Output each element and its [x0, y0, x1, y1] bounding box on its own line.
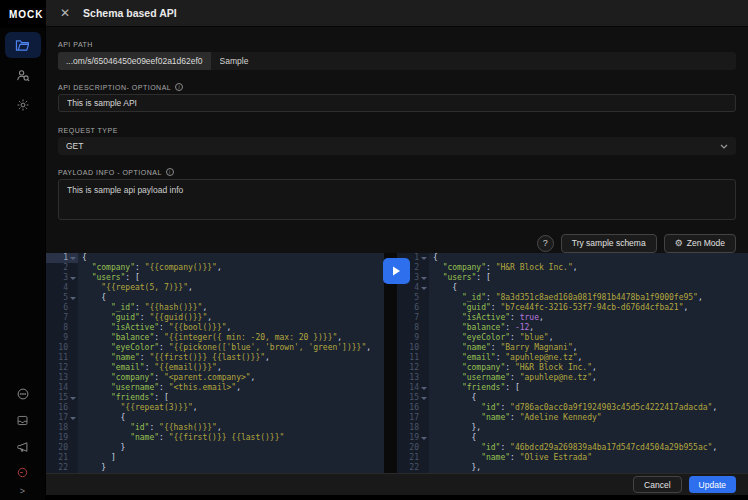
fold-icon[interactable]: [419, 287, 429, 290]
fold-icon[interactable]: [68, 297, 78, 300]
close-icon[interactable]: ✕: [60, 7, 70, 19]
line-number: 21: [46, 453, 78, 463]
code-text: "users": [: [429, 273, 491, 283]
fold-icon[interactable]: [68, 277, 78, 280]
fold-icon[interactable]: [419, 277, 429, 280]
code-line: 7 "guid": "{{guid()}}",: [46, 313, 384, 323]
code-text: "company": "H&R Block Inc.",: [429, 263, 578, 273]
fold-icon[interactable]: [419, 257, 429, 260]
api-description-label-text: API DESCRIPTION- Optional: [58, 84, 171, 91]
code-text: "guid": "b7ce44fc-3216-53f7-94cb-d676d4c…: [429, 303, 688, 313]
sidebar-item-announcements[interactable]: [5, 434, 41, 458]
code-text: {: [78, 293, 106, 303]
line-number: 11: [46, 353, 78, 363]
code-text: "balance": -12,: [429, 323, 534, 333]
api-path-input[interactable]: [211, 52, 736, 70]
sidebar-collapse-chevron[interactable]: >: [20, 484, 25, 498]
code-line: 3 "users": [: [397, 273, 748, 283]
code-line: 17 {: [46, 413, 384, 423]
code-line: 19 "name": "{{first()}} {{last()}}": [46, 433, 384, 443]
line-number: 13: [397, 373, 429, 383]
api-path-label: API PATH: [58, 41, 736, 48]
sidebar-item-settings[interactable]: [5, 92, 41, 118]
megaphone-icon: [16, 440, 30, 453]
code-text: {: [429, 253, 438, 263]
code-text: "{{repeat(3)}}",: [78, 403, 198, 413]
zen-mode-label: Zen Mode: [687, 238, 725, 248]
code-text: {: [78, 253, 87, 263]
code-line: 1{: [46, 253, 384, 263]
code-line: 21 "name": "Olive Estrada": [397, 453, 748, 463]
code-text: },: [429, 463, 481, 473]
app-logo: MOCK: [0, 0, 45, 28]
code-line: 16 "id": "d786ac0acc0a9f1924903c45d5c422…: [397, 403, 748, 413]
line-number: 12: [397, 363, 429, 373]
code-text: "balance": "{{integer({ min: -20, max: 2…: [78, 333, 342, 343]
user-search-icon: [16, 69, 30, 82]
zen-mode-button[interactable]: ⚙ Zen Mode: [664, 234, 736, 253]
code-line: 16 "{{repeat(3)}}",: [46, 403, 384, 413]
form-area: API PATH ...om/s/65046450e09eef02a1d62ef…: [46, 27, 748, 253]
sidebar-item-feedback[interactable]: [5, 382, 41, 406]
fold-icon[interactable]: [419, 397, 429, 400]
code-text: {: [78, 413, 125, 423]
output-editor[interactable]: 1{2 "company": "H&R Block Inc.",3 "users…: [397, 253, 748, 473]
cancel-button[interactable]: Cancel: [633, 476, 681, 493]
red-circle-icon: [16, 466, 29, 479]
sidebar-item-user-search[interactable]: [5, 62, 41, 88]
line-number: 13: [46, 373, 78, 383]
line-number: 20: [397, 443, 429, 453]
code-line: 5 "_id": "8a3d351c8aed160a081f981b4478ba…: [397, 293, 748, 303]
help-button[interactable]: ?: [537, 235, 554, 252]
api-description-input[interactable]: [58, 94, 736, 112]
code-text: "guid": "{{guid()}}",: [78, 313, 212, 323]
code-line: 4 {: [397, 283, 748, 293]
code-line: 10 "eyeColor": "{{pickone(['blue', 'brow…: [46, 343, 384, 353]
play-icon: [392, 262, 401, 280]
line-number: 4: [397, 283, 429, 293]
sidebar-item-changelog[interactable]: [5, 408, 41, 432]
fold-icon[interactable]: [419, 387, 429, 390]
line-number: 11: [397, 353, 429, 363]
code-text: "name": "{{first()}} {{last()}}": [78, 433, 284, 443]
fold-icon[interactable]: [68, 397, 78, 400]
run-schema-button[interactable]: [383, 258, 410, 284]
code-line: 19 {: [397, 433, 748, 443]
sidebar-item-projects[interactable]: [5, 32, 41, 58]
request-type-select[interactable]: GET: [58, 137, 736, 155]
api-path-label-text: API PATH: [58, 41, 93, 48]
payload-info-textarea[interactable]: This is sample api payload info: [58, 179, 736, 220]
line-number: 19: [397, 433, 429, 443]
code-line: 13 "username": "apuhlep@ne.tz",: [397, 373, 748, 383]
fold-icon[interactable]: [68, 417, 78, 420]
update-button[interactable]: Update: [689, 476, 736, 493]
api-path-row: ...om/s/65046450e09eef02a1d62ef0: [58, 52, 736, 70]
schema-api-modal: ✕ Schema based API API PATH ...om/s/6504…: [45, 0, 748, 500]
modal-title: Schema based API: [83, 7, 177, 19]
code-line: 7 "isActive": true,: [397, 313, 748, 323]
line-number: 15: [46, 393, 78, 403]
actions-row: ? Try sample schema ⚙ Zen Mode: [58, 233, 736, 253]
line-number: 17: [397, 413, 429, 423]
line-number: 17: [46, 413, 78, 423]
code-line: 8 "isActive": "{{bool()}}",: [46, 323, 384, 333]
code-text: "company": "<parent.company>",: [78, 373, 255, 383]
line-number: 5: [46, 293, 78, 303]
schema-editor[interactable]: 1{2 "company": "{{company()}}",3 "users"…: [46, 253, 384, 473]
code-line: 11 "email": "apuhlep@ne.tz",: [397, 353, 748, 363]
try-sample-schema-button[interactable]: Try sample schema: [561, 234, 657, 253]
code-text: }: [78, 443, 125, 453]
try-sample-schema-label: Try sample schema: [572, 238, 646, 248]
code-line: 20 "id": "46bdcd29a269839a4ba17d547cd450…: [397, 443, 748, 453]
code-line: 5 {: [46, 293, 384, 303]
sidebar-item-status[interactable]: [5, 460, 41, 484]
code-text: "company": "H&R Block Inc.",: [429, 363, 597, 373]
code-text: "eyeColor": "{{pickone(['blue', 'brown',…: [78, 343, 371, 353]
request-type-value: GET: [66, 141, 83, 151]
fold-icon[interactable]: [68, 257, 78, 260]
fold-icon[interactable]: [419, 437, 429, 440]
line-number: 22: [46, 463, 78, 473]
code-line: 9 "eyeColor": "blue",: [397, 333, 748, 343]
code-text: {: [429, 283, 457, 293]
code-line: 2 "company": "H&R Block Inc.",: [397, 263, 748, 273]
